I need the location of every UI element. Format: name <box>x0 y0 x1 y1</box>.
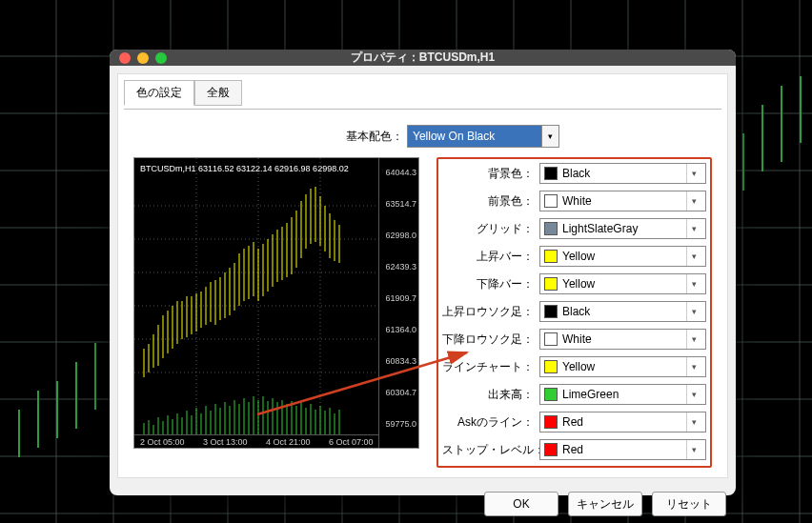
chevron-down-icon: ▾ <box>686 330 701 349</box>
xaxis-tick: 2 Oct 05:00 <box>140 437 185 447</box>
window-title: プロパティ：BTCUSDm,H1 <box>119 50 726 66</box>
color-swatch <box>544 194 558 208</box>
chevron-down-icon: ▾ <box>686 164 701 183</box>
chevron-down-icon: ▾ <box>686 274 701 293</box>
color-select[interactable]: LimeGreen▾ <box>539 384 706 405</box>
color-swatch <box>544 415 558 429</box>
ok-button[interactable]: OK <box>484 492 558 516</box>
color-row: 下降バー：Yellow▾ <box>442 273 706 294</box>
color-row: 出来高：LimeGreen▾ <box>442 384 706 405</box>
color-name: Red <box>562 415 681 429</box>
color-select[interactable]: Yellow▾ <box>539 356 706 377</box>
color-swatch <box>544 305 558 318</box>
yaxis-tick: 63514.7 <box>385 199 416 209</box>
preview-candles <box>134 158 380 436</box>
scheme-row: 基本配色： Yellow On Black ▾ <box>133 125 712 148</box>
color-label: ラインチャート： <box>442 359 534 375</box>
color-name: Red <box>562 443 681 456</box>
color-name: LightSlateGray <box>562 222 681 235</box>
tab-general[interactable]: 全般 <box>194 80 242 106</box>
preview-xaxis: 2 Oct 05:003 Oct 13:004 Oct 21:006 Oct 0… <box>134 434 378 448</box>
color-name: White <box>562 332 681 346</box>
color-name: LimeGreen <box>562 388 681 401</box>
chevron-down-icon: ▾ <box>686 357 701 376</box>
color-row: グリッド：LightSlateGray▾ <box>442 218 706 239</box>
chevron-down-icon: ▾ <box>686 412 701 432</box>
color-label: Askのライン： <box>442 414 534 431</box>
color-select[interactable]: Black▾ <box>539 301 706 322</box>
color-select[interactable]: Red▾ <box>539 439 706 460</box>
color-row: 下降ロウソク足：White▾ <box>442 329 706 350</box>
color-label: 出来高： <box>442 387 534 403</box>
yaxis-tick: 60834.3 <box>385 356 416 366</box>
yaxis-tick: 64044.3 <box>385 168 416 177</box>
color-label: 下降バー： <box>442 276 534 292</box>
color-swatch <box>544 360 558 373</box>
yaxis-tick: 59775.0 <box>385 419 416 429</box>
color-label: 前景色： <box>442 193 534 210</box>
color-label: ストップ・レベル： <box>442 442 534 458</box>
xaxis-tick: 6 Oct 07:00 <box>329 437 374 447</box>
chevron-down-icon: ▾ <box>686 385 701 404</box>
color-swatch <box>544 443 558 456</box>
chevron-down-icon: ▾ <box>686 247 701 266</box>
chevron-down-icon: ▾ <box>686 219 701 238</box>
yaxis-tick: 61364.0 <box>385 325 416 334</box>
color-label: 上昇バー： <box>442 249 534 265</box>
color-label: グリッド： <box>442 221 534 237</box>
chevron-down-icon: ▾ <box>686 440 701 459</box>
color-list: 背景色：Black▾前景色：White▾グリッド：LightSlateGray▾… <box>436 157 712 468</box>
scheme-label: 基本配色： <box>346 129 403 145</box>
color-name: Yellow <box>562 360 681 373</box>
color-swatch <box>544 277 558 291</box>
color-name: White <box>562 194 681 208</box>
yaxis-tick: 62998.0 <box>385 231 416 240</box>
reset-button[interactable]: リセット <box>652 492 726 516</box>
close-icon[interactable] <box>119 52 131 64</box>
preview-yaxis: 64044.363514.762998.062439.361909.761364… <box>378 158 418 448</box>
chevron-down-icon: ▾ <box>686 302 701 321</box>
properties-dialog: プロパティ：BTCUSDm,H1 色の設定 全般 基本配色： Yellow On… <box>110 50 736 495</box>
color-select[interactable]: White▾ <box>539 191 706 211</box>
color-row: 前景色：White▾ <box>442 191 706 211</box>
color-row: 上昇ロウソク足：Black▾ <box>442 301 706 322</box>
tab-colors[interactable]: 色の設定 <box>124 80 194 106</box>
titlebar[interactable]: プロパティ：BTCUSDm,H1 <box>110 50 736 66</box>
cancel-button[interactable]: キャンセル <box>568 492 642 516</box>
panel-colors: 基本配色： Yellow On Black ▾ BTCUSDm,H1 63116… <box>124 109 721 473</box>
xaxis-tick: 4 Oct 21:00 <box>266 437 311 447</box>
color-select[interactable]: Yellow▾ <box>539 273 706 294</box>
color-row: ラインチャート：Yellow▾ <box>442 356 706 377</box>
xaxis-tick: 3 Oct 13:00 <box>203 437 248 447</box>
yaxis-tick: 62439.3 <box>385 262 416 272</box>
tabs: 色の設定 全般 <box>124 80 721 106</box>
minimize-icon[interactable] <box>137 52 149 64</box>
color-select[interactable]: Black▾ <box>539 163 706 184</box>
color-row: 上昇バー：Yellow▾ <box>442 246 706 267</box>
color-name: Yellow <box>562 250 681 263</box>
color-label: 上昇ロウソク足： <box>442 304 534 320</box>
color-swatch <box>544 222 558 235</box>
color-name: Yellow <box>562 277 681 291</box>
yaxis-tick: 61909.7 <box>385 293 416 303</box>
color-row: Askのライン：Red▾ <box>442 412 706 432</box>
color-label: 背景色： <box>442 166 534 182</box>
maximize-icon[interactable] <box>155 52 167 64</box>
color-select[interactable]: Yellow▾ <box>539 246 706 267</box>
color-swatch <box>544 388 558 401</box>
color-label: 下降ロウソク足： <box>442 332 534 348</box>
dialog-content: 色の設定 全般 基本配色： Yellow On Black ▾ BTCUSDm,… <box>117 73 728 478</box>
color-swatch <box>544 332 558 346</box>
color-row: 背景色：Black▾ <box>442 163 706 184</box>
scheme-select[interactable]: Yellow On Black ▾ <box>407 125 559 148</box>
dialog-buttons: OK キャンセル リセット <box>110 486 736 522</box>
chart-preview: BTCUSDm,H1 63116.52 63122.14 62916.98 62… <box>133 157 419 449</box>
color-select[interactable]: Red▾ <box>539 412 706 432</box>
color-select[interactable]: White▾ <box>539 329 706 350</box>
color-name: Black <box>562 305 681 318</box>
color-select[interactable]: LightSlateGray▾ <box>539 218 706 239</box>
color-row: ストップ・レベル：Red▾ <box>442 439 706 460</box>
chevron-down-icon: ▾ <box>541 126 558 147</box>
color-name: Black <box>562 167 681 180</box>
chevron-down-icon: ▾ <box>686 191 701 211</box>
